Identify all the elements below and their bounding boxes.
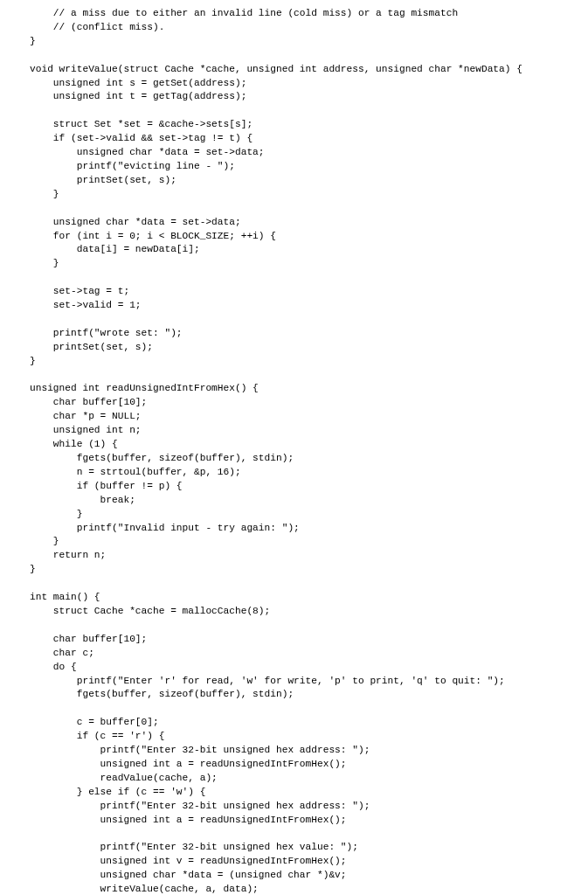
code-block: // a miss due to either an invalid line … bbox=[0, 7, 588, 895]
